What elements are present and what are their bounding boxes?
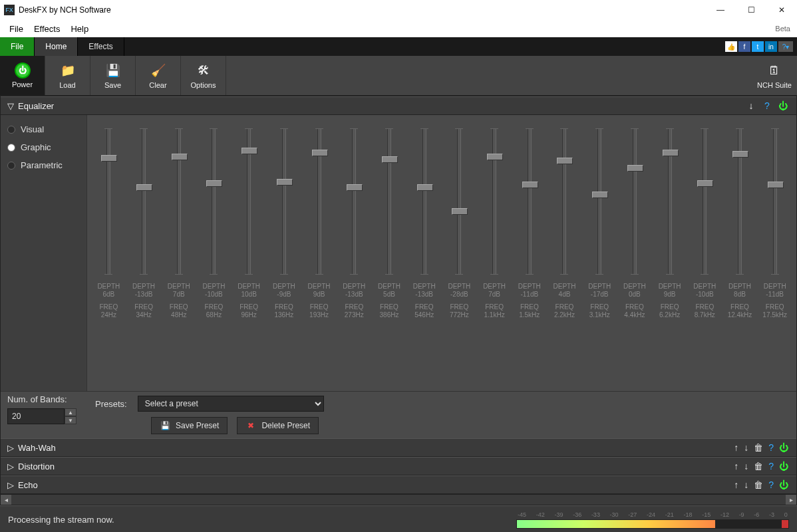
tab-effects[interactable]: Effects	[78, 37, 124, 56]
trash-icon[interactable]: 🗑	[752, 442, 764, 453]
load-button[interactable]: 📁 Load	[45, 56, 90, 95]
eq-slider[interactable]	[247, 128, 251, 275]
clear-button[interactable]: 🧹 Clear	[136, 56, 181, 95]
num-bands-input[interactable]	[7, 408, 65, 424]
eq-slider[interactable]	[142, 128, 146, 275]
save-preset-button[interactable]: 💾Save Preset	[151, 417, 228, 434]
menu-file[interactable]: File	[4, 23, 29, 35]
twitter-icon[interactable]: t	[752, 41, 764, 52]
scroll-right-icon[interactable]: ▸	[786, 495, 796, 505]
slider-thumb[interactable]	[627, 165, 643, 172]
move-down-icon[interactable]: ↓	[742, 479, 750, 490]
slider-thumb[interactable]	[452, 208, 468, 215]
slider-thumb[interactable]	[732, 151, 748, 158]
distortion-header[interactable]: ▷ Distortion ↑ ↓ 🗑 ? ⏻	[1, 457, 796, 475]
slider-thumb[interactable]	[768, 182, 784, 188]
wahwah-header[interactable]: ▷ Wah-Wah ↑ ↓ 🗑 ? ⏻	[1, 438, 796, 457]
power-button[interactable]: ⏻ Power	[0, 56, 45, 95]
eq-slider[interactable]	[633, 128, 637, 275]
equalizer-header[interactable]: ▽ Equalizer ↓ ? ⏻	[1, 96, 796, 115]
slider-thumb[interactable]	[136, 184, 152, 191]
mode-graphic[interactable]: Graphic	[7, 142, 80, 152]
dropdown-help-icon[interactable]: ?▾	[778, 41, 793, 52]
slider-thumb[interactable]	[417, 184, 433, 191]
slider-thumb[interactable]	[557, 158, 573, 164]
thumbsup-icon[interactable]: 👍	[725, 41, 737, 52]
trash-icon[interactable]: 🗑	[752, 479, 764, 490]
echo-header[interactable]: ▷ Echo ↑ ↓ 🗑 ? ⏻	[1, 475, 796, 494]
mode-visual[interactable]: Visual	[7, 124, 80, 134]
spinner-up-icon[interactable]: ▲	[65, 408, 77, 416]
eq-sliders: DEPTH 6dB FREQ 24Hz DEPTH -13dB FREQ 34H…	[87, 115, 796, 391]
eq-slider[interactable]	[352, 128, 356, 275]
menu-effects[interactable]: Effects	[29, 23, 66, 35]
help-icon[interactable]: ?	[767, 442, 775, 453]
slider-thumb[interactable]	[382, 156, 398, 163]
eq-slider[interactable]	[597, 128, 601, 275]
linkedin-icon[interactable]: in	[765, 41, 777, 52]
suite-icon: 🗓	[766, 62, 783, 79]
eq-slider[interactable]	[317, 128, 321, 275]
eq-slider[interactable]	[422, 128, 426, 275]
menu-help[interactable]: Help	[65, 23, 94, 35]
eq-slider[interactable]	[106, 128, 110, 275]
delete-preset-button[interactable]: ✖Delete Preset	[237, 417, 319, 434]
minimize-button[interactable]: —	[705, 0, 736, 20]
eq-slider[interactable]	[773, 128, 777, 275]
close-button[interactable]: ✕	[766, 0, 797, 20]
slider-thumb[interactable]	[487, 154, 503, 160]
eq-slider[interactable]	[177, 128, 181, 275]
help-icon[interactable]: ?	[760, 99, 774, 112]
panel-power-icon[interactable]: ⏻	[778, 461, 790, 471]
slider-thumb[interactable]	[312, 150, 328, 156]
help-icon[interactable]: ?	[767, 479, 775, 490]
move-up-icon[interactable]: ↑	[732, 479, 740, 490]
slider-thumb[interactable]	[522, 182, 538, 188]
eq-slider[interactable]	[668, 128, 672, 275]
maximize-button[interactable]: ☐	[736, 0, 766, 20]
eq-slider[interactable]	[457, 128, 461, 275]
tab-home[interactable]: Home	[35, 37, 78, 56]
tab-file[interactable]: File	[0, 37, 35, 56]
horizontal-scrollbar[interactable]: ◂ ▸	[1, 494, 796, 505]
depth-label: DEPTH	[588, 283, 611, 291]
eq-slider[interactable]	[387, 128, 391, 275]
distortion-title: Distortion	[18, 462, 732, 471]
nch-suite-button[interactable]: 🗓 NCH Suite	[752, 56, 797, 95]
mode-parametric[interactable]: Parametric	[7, 160, 80, 170]
slider-thumb[interactable]	[172, 154, 188, 160]
slider-thumb[interactable]	[101, 155, 117, 162]
slider-thumb[interactable]	[663, 150, 679, 156]
slider-thumb[interactable]	[592, 192, 608, 198]
eq-slider[interactable]	[282, 128, 286, 275]
delete-icon: ✖	[245, 420, 256, 431]
slider-thumb[interactable]	[277, 179, 293, 186]
panel-power-icon[interactable]: ⏻	[776, 99, 790, 112]
move-down-icon[interactable]: ↓	[744, 99, 758, 112]
panel-power-icon[interactable]: ⏻	[778, 442, 790, 453]
eq-slider[interactable]	[738, 128, 742, 275]
trash-icon[interactable]: 🗑	[752, 461, 764, 471]
eq-slider[interactable]	[492, 128, 496, 275]
move-down-icon[interactable]: ↓	[742, 442, 750, 453]
move-down-icon[interactable]: ↓	[742, 461, 750, 471]
eq-slider[interactable]	[703, 128, 707, 275]
options-button[interactable]: 🛠 Options	[181, 56, 226, 95]
move-up-icon[interactable]: ↑	[732, 461, 740, 471]
slider-thumb[interactable]	[697, 180, 713, 187]
preset-select[interactable]: Select a preset	[138, 396, 324, 412]
eq-slider[interactable]	[212, 128, 216, 275]
eq-slider[interactable]	[562, 128, 566, 275]
save-button[interactable]: 💾 Save	[90, 56, 136, 95]
eq-slider[interactable]	[528, 128, 532, 275]
help-icon[interactable]: ?	[767, 461, 775, 471]
slider-thumb[interactable]	[241, 148, 257, 154]
spinner-down-icon[interactable]: ▼	[65, 416, 77, 424]
facebook-icon[interactable]: f	[738, 41, 750, 52]
slider-thumb[interactable]	[347, 184, 363, 191]
scroll-left-icon[interactable]: ◂	[1, 495, 11, 505]
slider-thumb[interactable]	[206, 180, 222, 187]
num-bands-spinner[interactable]: ▲ ▼	[7, 408, 80, 424]
move-up-icon[interactable]: ↑	[732, 442, 740, 453]
panel-power-icon[interactable]: ⏻	[778, 479, 790, 490]
